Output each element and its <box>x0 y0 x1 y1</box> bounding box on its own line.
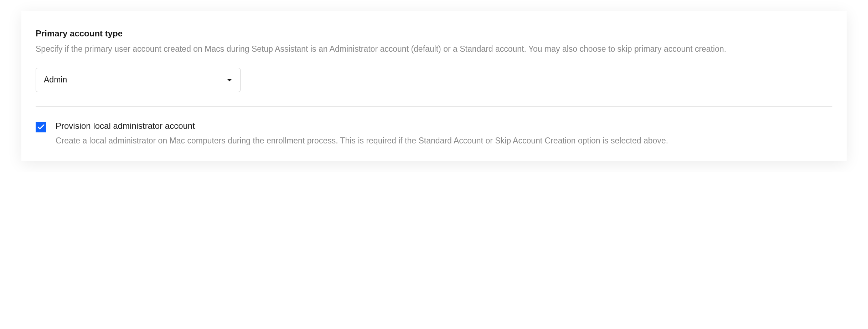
provision-admin-row: Provision local administrator account Cr… <box>36 121 832 147</box>
account-type-selected-value: Admin <box>44 75 67 85</box>
section-divider <box>36 106 832 107</box>
settings-card: Primary account type Specify if the prim… <box>21 11 847 161</box>
primary-account-section: Primary account type Specify if the prim… <box>36 29 832 92</box>
primary-account-description: Specify if the primary user account crea… <box>36 43 832 55</box>
checkmark-icon <box>37 124 45 130</box>
primary-account-title: Primary account type <box>36 29 832 39</box>
account-type-select-wrapper: Admin <box>36 68 241 92</box>
provision-admin-description: Create a local administrator on Mac comp… <box>56 135 832 147</box>
account-type-select[interactable]: Admin <box>36 68 241 92</box>
provision-admin-label[interactable]: Provision local administrator account <box>56 121 832 131</box>
provision-admin-content: Provision local administrator account Cr… <box>56 121 832 147</box>
provision-admin-checkbox[interactable] <box>36 122 46 132</box>
